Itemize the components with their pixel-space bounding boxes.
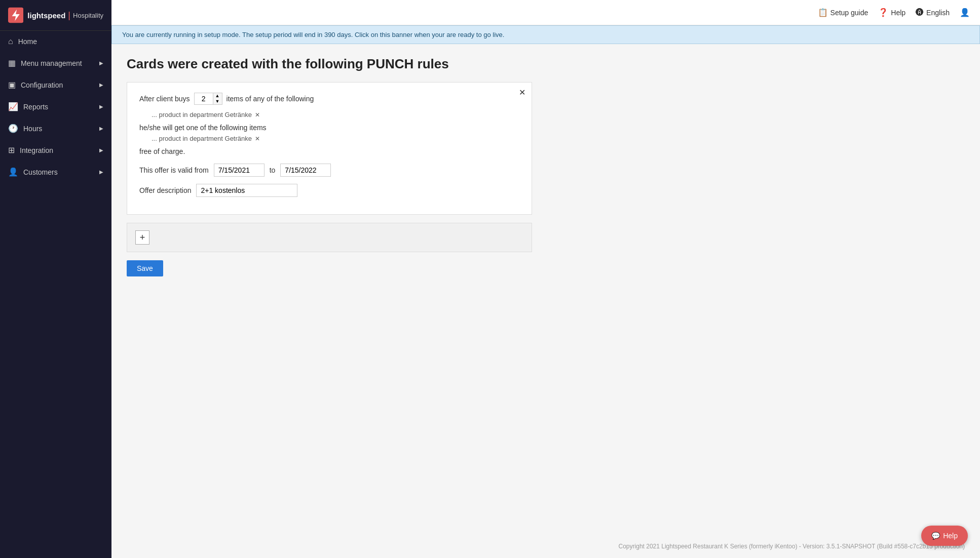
close-button[interactable]: ✕	[519, 89, 525, 97]
offer-description-input[interactable]	[196, 184, 297, 197]
language-selector[interactable]: 🅐 English	[916, 8, 950, 17]
help-float-button[interactable]: 💬 Help	[921, 526, 968, 546]
logo-text: lightspeed	[27, 11, 65, 20]
buy-condition-item: ... product in department Getränke ✕	[152, 111, 519, 118]
quantity-spinner[interactable]: ▲ ▼	[194, 93, 222, 105]
menu-management-icon: ▦	[8, 58, 16, 68]
main-content: 📋 Setup guide ❓ Help 🅐 English 👤 You are…	[111, 0, 980, 558]
help-label: Help	[891, 9, 906, 17]
sidebar-label-hours: Hours	[23, 125, 42, 133]
reward-item: ... product in department Getränke ✕	[152, 135, 519, 142]
reward-section-label: he/she will get one of the following ite…	[139, 124, 519, 132]
footer-copyright: Copyright 2021 Lightspeed Restaurant K S…	[619, 543, 965, 550]
home-icon: ⌂	[8, 37, 13, 46]
setup-guide-link[interactable]: 📋 Setup guide	[818, 8, 869, 17]
setup-guide-label: Setup guide	[831, 9, 869, 17]
configuration-icon: ▣	[8, 80, 16, 90]
content-area: Cards were created with the following PU…	[111, 44, 980, 535]
spinner-up-button[interactable]: ▲	[213, 93, 222, 99]
offer-description-label: Offer description	[139, 186, 191, 194]
after-client-buys-label: After client buys	[139, 95, 190, 103]
customers-icon: 👤	[8, 167, 18, 177]
reports-arrow-icon: ▶	[99, 104, 103, 109]
hours-arrow-icon: ▶	[99, 126, 103, 131]
customers-arrow-icon: ▶	[99, 169, 103, 175]
integration-icon: ⊞	[8, 145, 15, 155]
sidebar-label-customers: Customers	[23, 168, 58, 176]
reports-icon: 📈	[8, 102, 18, 111]
help-circle-icon: ❓	[878, 8, 888, 17]
logo-area: lightspeed | Hospitality	[0, 0, 111, 31]
topbar: 📋 Setup guide ❓ Help 🅐 English 👤	[111, 0, 980, 25]
sidebar-item-reports[interactable]: 📈 Reports ▶	[0, 96, 111, 117]
sidebar-label-home: Home	[18, 37, 37, 46]
page-title: Cards were created with the following PU…	[127, 56, 965, 72]
help-float-icon: 💬	[931, 532, 940, 540]
rule-card: ✕ After client buys ▲ ▼ items of any of …	[127, 82, 532, 215]
valid-to-label: to	[270, 166, 276, 174]
valid-to-input[interactable]	[280, 164, 331, 177]
sidebar-label-reports: Reports	[23, 103, 48, 111]
offer-description-row: Offer description	[139, 184, 519, 197]
user-icon: 👤	[960, 8, 970, 17]
logo-sub: Hospitality	[73, 12, 103, 19]
setup-guide-icon: 📋	[818, 8, 828, 17]
save-button[interactable]: Save	[127, 260, 163, 276]
footer: Copyright 2021 Lightspeed Restaurant K S…	[111, 535, 980, 558]
menu-management-arrow-icon: ▶	[99, 60, 103, 66]
remove-buy-condition-icon[interactable]: ✕	[255, 111, 260, 118]
buy-condition-item-text: ... product in department Getränke	[152, 111, 252, 118]
sidebar: lightspeed | Hospitality ⌂ Home ▦ Menu m…	[0, 0, 111, 558]
items-of-any-label: items of any of the following	[227, 95, 314, 103]
spinner-buttons: ▲ ▼	[213, 93, 222, 104]
logo-divider: |	[68, 10, 70, 21]
add-rule-area: +	[127, 223, 532, 252]
sidebar-label-menu-management: Menu management	[21, 59, 82, 67]
quantity-input[interactable]	[195, 93, 213, 104]
sidebar-item-integration[interactable]: ⊞ Integration ▶	[0, 139, 111, 161]
integration-arrow-icon: ▶	[99, 147, 103, 153]
valid-from-label: This offer is valid from	[139, 166, 209, 174]
sidebar-label-integration: Integration	[20, 146, 53, 154]
validity-row: This offer is valid from to	[139, 164, 519, 177]
spinner-down-button[interactable]: ▼	[213, 99, 222, 104]
setup-banner-text: You are currently running in setup mode.…	[122, 31, 504, 38]
configuration-arrow-icon: ▶	[99, 82, 103, 88]
help-float-label: Help	[943, 532, 958, 540]
buy-condition-row: After client buys ▲ ▼ items of any of th…	[139, 93, 519, 105]
sidebar-item-hours[interactable]: 🕐 Hours ▶	[0, 117, 111, 139]
language-icon: 🅐	[916, 8, 924, 17]
sidebar-item-configuration[interactable]: ▣ Configuration ▶	[0, 74, 111, 96]
sidebar-label-configuration: Configuration	[21, 81, 63, 89]
sidebar-nav: ⌂ Home ▦ Menu management ▶ ▣ Configurati…	[0, 31, 111, 183]
sidebar-item-home[interactable]: ⌂ Home	[0, 31, 111, 52]
sidebar-item-customers[interactable]: 👤 Customers ▶	[0, 161, 111, 183]
add-rule-button[interactable]: +	[135, 230, 149, 245]
free-of-charge-text: free of charge.	[139, 147, 519, 155]
remove-reward-icon[interactable]: ✕	[255, 135, 260, 142]
language-label: English	[926, 9, 950, 17]
sidebar-item-menu-management[interactable]: ▦ Menu management ▶	[0, 52, 111, 74]
valid-from-input[interactable]	[214, 164, 265, 177]
user-menu[interactable]: 👤	[960, 8, 970, 17]
setup-banner[interactable]: You are currently running in setup mode.…	[111, 25, 980, 44]
reward-item-text: ... product in department Getränke	[152, 135, 252, 142]
reward-label-text: he/she will get one of the following ite…	[139, 124, 267, 132]
help-link[interactable]: ❓ Help	[878, 8, 906, 17]
hours-icon: 🕐	[8, 124, 18, 133]
lightspeed-logo-icon	[8, 7, 23, 23]
